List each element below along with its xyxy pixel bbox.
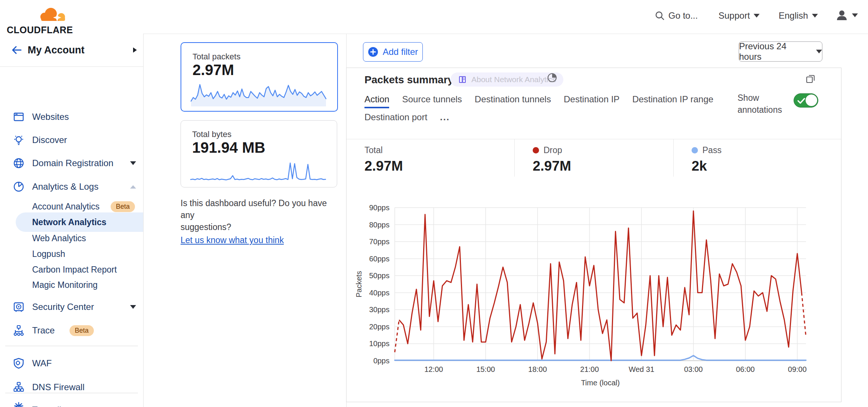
packets-summary-card: Packets summary About Network Analytics … (346, 68, 841, 402)
total-packets-card[interactable]: Total packets 2.97M (181, 42, 338, 112)
svg-text:Wed 31: Wed 31 (629, 365, 655, 373)
zero-trust-icon[interactable] (13, 400, 25, 407)
total-bytes-card[interactable]: Total bytes 191.94 MB (181, 120, 337, 187)
beta-badge: Beta (111, 201, 135, 212)
tab-destination-ip[interactable]: Destination IP (564, 94, 619, 105)
language-label: English (779, 10, 808, 21)
chevron-down-icon (754, 14, 760, 18)
goto-search[interactable]: Go to... (655, 10, 698, 21)
svg-text:90pps: 90pps (369, 204, 390, 212)
sidebar-item-analytics-logs[interactable]: Analytics & Logs (0, 179, 143, 195)
sidebar-divider (5, 393, 138, 393)
account-header-row: My Account (0, 34, 143, 67)
cloudflare-cloud-icon (38, 4, 68, 24)
plus-circle-icon (368, 47, 378, 57)
tab-destination-port[interactable]: Destination port (364, 112, 427, 122)
feedback-link[interactable]: Let us know what you think (181, 235, 284, 245)
stat-drop[interactable]: Drop 2.97M (514, 139, 673, 177)
tabs-row-2: Destination port ... (364, 112, 462, 122)
show-annotations-toggle[interactable] (794, 93, 818, 108)
cloudflare-logo[interactable]: CLOUDFLARE (7, 4, 74, 31)
panel-title: Packets summary (364, 74, 453, 86)
book-icon (458, 75, 467, 84)
chevron-down-icon (816, 50, 822, 53)
total-packets-label: Total packets (193, 52, 240, 62)
browser-icon (13, 111, 25, 123)
svg-text:12:00: 12:00 (424, 365, 443, 373)
svg-text:50pps: 50pps (369, 271, 390, 280)
sidebar-item-carbon-impact-report[interactable]: Carbon Impact Report (0, 262, 143, 277)
svg-text:30pps: 30pps (369, 305, 390, 314)
svg-text:06:00: 06:00 (736, 365, 755, 373)
safe-icon (13, 301, 25, 313)
chevron-down-icon (130, 161, 136, 165)
svg-text:80pps: 80pps (369, 221, 390, 229)
tabs-overflow-button[interactable]: ... (440, 112, 450, 122)
sidebar-item-discover[interactable]: Discover (0, 132, 143, 148)
chevron-down-icon (812, 14, 818, 18)
sidebar-item-domain-registration[interactable]: Domain Registration (0, 155, 143, 171)
svg-text:15:00: 15:00 (476, 365, 495, 373)
active-tab-underline (364, 107, 389, 108)
search-icon (655, 11, 665, 21)
svg-text:40pps: 40pps (369, 289, 390, 297)
back-arrow-icon[interactable] (10, 45, 22, 55)
sidebar: My Account Websites Discover (0, 34, 144, 407)
tabs-row-1: Action Source tunnels Destination tunnel… (364, 94, 726, 105)
stat-drop-value: 2.97M (533, 158, 673, 174)
pie-timer-icon[interactable] (547, 72, 557, 83)
goto-label: Go to... (668, 10, 698, 21)
account-title: My Account (28, 44, 84, 56)
sidebar-item-account-analytics[interactable]: Account Analytics Beta (0, 199, 143, 214)
sidebar-item-web-analytics[interactable]: Web Analytics (0, 230, 143, 246)
dns-tree-icon (13, 381, 25, 393)
time-range-dropdown[interactable]: Previous 24 hours (739, 41, 822, 62)
check-icon (797, 96, 806, 106)
feedback-block: Is this dashboard useful? Do you have an… (181, 197, 341, 245)
chevron-down-icon (130, 305, 136, 309)
chevron-right-icon[interactable] (133, 47, 137, 53)
pass-series-dot (692, 147, 698, 153)
svg-text:60pps: 60pps (369, 255, 390, 263)
support-menu[interactable]: Support (718, 10, 760, 21)
svg-text:20pps: 20pps (369, 323, 390, 331)
globe-icon (13, 157, 25, 169)
language-menu[interactable]: English (779, 10, 818, 21)
sidebar-item-waf[interactable]: WAF (0, 355, 143, 371)
total-bytes-value: 191.94 MB (192, 139, 265, 156)
sidebar-divider (5, 346, 138, 346)
add-filter-button[interactable]: Add filter (363, 42, 423, 62)
stat-total: Total 2.97M (347, 139, 514, 177)
chevron-down-icon (852, 13, 858, 17)
sidebar-item-logpush[interactable]: Logpush (0, 246, 143, 262)
svg-text:18:00: 18:00 (528, 365, 547, 373)
expand-view-icon[interactable] (806, 74, 815, 84)
svg-text:0pps: 0pps (373, 357, 390, 365)
sidebar-item-websites[interactable]: Websites (0, 109, 143, 125)
stat-pass[interactable]: Pass 2k (673, 139, 841, 177)
total-packets-value: 2.97M (193, 62, 234, 78)
toggle-knob (806, 94, 817, 106)
shield-gear-icon (13, 357, 25, 369)
sidebar-item-trace[interactable]: Trace Beta (0, 323, 143, 338)
tab-action[interactable]: Action (364, 94, 390, 105)
sidebar-item-network-analytics[interactable]: Network Analytics (0, 214, 143, 230)
stat-total-value: 2.97M (364, 158, 514, 174)
pie-chart-icon (13, 181, 25, 193)
feedback-text: Is this dashboard useful? Do you have an… (181, 197, 341, 233)
sidebar-item-magic-monitoring[interactable]: Magic Monitoring (0, 277, 143, 293)
svg-text:10pps: 10pps (369, 339, 390, 348)
support-label: Support (718, 10, 750, 21)
sidebar-item-security-center[interactable]: Security Center (0, 299, 143, 315)
svg-text:Packets: Packets (355, 271, 363, 297)
tab-destination-ip-range[interactable]: Destination IP range (632, 94, 713, 105)
svg-text:Time (local): Time (local) (581, 379, 620, 387)
tab-source-tunnels[interactable]: Source tunnels (402, 94, 462, 105)
lightbulb-icon (13, 134, 25, 146)
svg-text:03:00: 03:00 (684, 365, 703, 373)
trace-icon (13, 324, 25, 336)
cloudflare-network-analytics-page: CLOUDFLARE Go to... Support English (0, 0, 868, 407)
stat-pass-value: 2k (692, 158, 841, 174)
user-menu[interactable] (835, 9, 858, 22)
tab-destination-tunnels[interactable]: Destination tunnels (475, 94, 551, 105)
